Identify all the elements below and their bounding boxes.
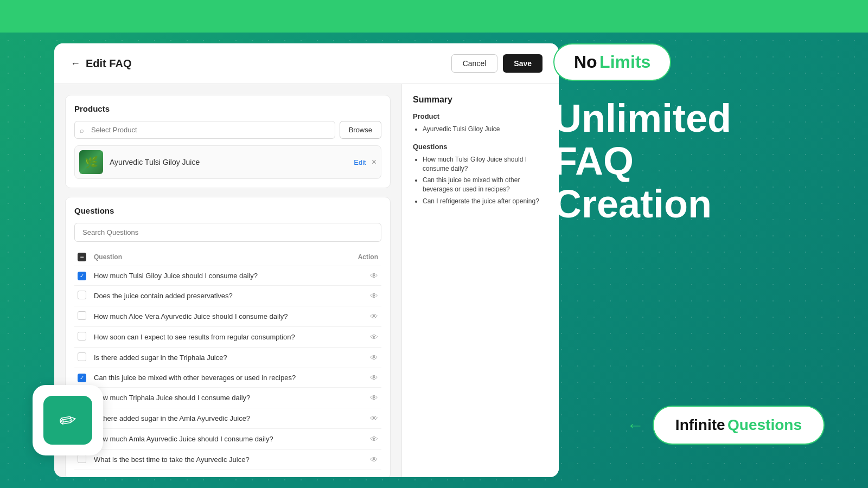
- eye-icon[interactable]: 👁: [370, 393, 378, 402]
- row-checkbox-cell: [74, 348, 91, 368]
- row-question-text: What is the best time to take the Ayurve…: [91, 450, 348, 470]
- questions-text: Questions: [727, 416, 802, 433]
- questions-search-input[interactable]: [74, 223, 381, 242]
- promo-no-text: No: [574, 52, 597, 72]
- eye-icon[interactable]: 👁: [370, 353, 378, 362]
- row-checkbox[interactable]: [78, 311, 86, 320]
- summary-product-list: Ayurvedic Tulsi Giloy Juice: [413, 125, 548, 134]
- infinite-badge: Infinite Questions: [653, 406, 825, 445]
- table-row: Does the juice contain added preservativ…: [74, 286, 381, 306]
- infinite-badge-area: ← Infinite Questions: [627, 406, 825, 445]
- arrow-left-icon: ←: [627, 415, 644, 435]
- eye-icon[interactable]: 👁: [370, 434, 378, 444]
- table-row: Is there added sugar in the Amla Ayurved…: [74, 408, 381, 429]
- infinite-text: Infinite: [675, 416, 725, 433]
- row-checkbox[interactable]: [78, 291, 86, 299]
- row-action-cell: 👁: [348, 429, 381, 450]
- eye-icon[interactable]: 👁: [370, 414, 378, 423]
- row-action-cell: 👁: [348, 306, 381, 327]
- edit-pencil-icon: ✏: [57, 407, 78, 434]
- row-question-text: Is there added sugar in the Amla Ayurved…: [91, 408, 348, 429]
- table-row: Is there added sugar in the Triphala Jui…: [74, 348, 381, 368]
- row-checkbox-cell: [74, 286, 91, 306]
- table-row: What is the best time to take the Ayurve…: [74, 450, 381, 470]
- row-action-cell: 👁: [348, 388, 381, 408]
- no-limits-badge: No Limits: [553, 43, 671, 81]
- cancel-button[interactable]: Cancel: [451, 54, 498, 73]
- row-action-cell: 👁: [348, 286, 381, 306]
- eye-icon[interactable]: 👁: [370, 455, 378, 464]
- promo-line1: Unlimited: [553, 97, 825, 140]
- summary-questions-label: Questions: [413, 143, 548, 151]
- edit-icon-inner: ✏: [43, 396, 92, 445]
- questions-box: Questions − Question Action: [65, 197, 391, 477]
- eye-icon[interactable]: 👁: [370, 312, 378, 321]
- summary-questions-list: How much Tulsi Giloy Juice should I cons…: [413, 155, 548, 206]
- table-row: ✓ How much Tulsi Giloy Juice should I co…: [74, 266, 381, 286]
- row-action-cell: 👁: [348, 368, 381, 388]
- row-question-text: How soon can I expect to see results fro…: [91, 327, 348, 348]
- promo-limits-text: Limits: [599, 52, 650, 72]
- row-checkbox[interactable]: [78, 332, 86, 341]
- top-bar: [0, 0, 868, 33]
- row-question-text: Does the juice contain added preservativ…: [91, 286, 348, 306]
- summary-question-item: Can I refrigerate the juice after openin…: [423, 197, 548, 206]
- row-checkbox-cell: [74, 306, 91, 327]
- product-thumb-inner: 🌿: [79, 150, 103, 174]
- header-left: ← Edit FAQ: [71, 57, 131, 70]
- row-checkbox[interactable]: ✓: [78, 272, 86, 280]
- main-panel: ← Edit FAQ Cancel Save Products ⌕ Browse: [54, 43, 559, 477]
- col-question-header: Question: [91, 248, 348, 266]
- product-actions: Edit ×: [354, 157, 376, 167]
- row-question-text: Is there added sugar in the Triphala Jui…: [91, 348, 348, 368]
- row-action-cell: 👁: [348, 408, 381, 429]
- promo-line3: Creation: [553, 183, 825, 226]
- row-question-text: Can this juice be mixed with other bever…: [91, 368, 348, 388]
- summary-question-item: Can this juice be mixed with other bever…: [423, 176, 548, 194]
- row-checkbox-cell: [74, 327, 91, 348]
- table-row: How much Triphala Juice should I consume…: [74, 388, 381, 408]
- products-box: Products ⌕ Browse 🌿 Ayurvedic Tulsi Gilo…: [65, 95, 391, 188]
- promo-area: No Limits Unlimited FAQ Creation: [553, 43, 825, 226]
- browse-button[interactable]: Browse: [340, 121, 381, 139]
- eye-icon[interactable]: 👁: [370, 373, 378, 382]
- product-search-input[interactable]: [74, 121, 335, 139]
- back-button[interactable]: ←: [71, 58, 80, 69]
- summary-product-label: Product: [413, 112, 548, 120]
- product-item: 🌿 Ayurvedic Tulsi Giloy Juice Edit ×: [74, 145, 381, 179]
- questions-table: − Question Action ✓ How much Tulsi Giloy…: [74, 248, 381, 470]
- product-search-row: ⌕ Browse: [74, 121, 381, 139]
- product-name: Ayurvedic Tulsi Giloy Juice: [110, 158, 347, 166]
- table-row: How much Amla Ayurvedic Juice should I c…: [74, 429, 381, 450]
- save-button[interactable]: Save: [503, 54, 542, 73]
- summary-title: Summary: [413, 95, 548, 105]
- row-question-text: How much Tulsi Giloy Juice should I cons…: [91, 266, 348, 286]
- header-actions: Cancel Save: [451, 54, 542, 73]
- eye-icon[interactable]: 👁: [370, 271, 378, 280]
- edit-icon-box: ✏: [33, 385, 103, 455]
- row-action-cell: 👁: [348, 327, 381, 348]
- header-checkbox[interactable]: −: [78, 253, 86, 261]
- eye-icon[interactable]: 👁: [370, 332, 378, 342]
- product-edit-button[interactable]: Edit: [354, 158, 366, 166]
- products-title: Products: [74, 104, 381, 113]
- row-action-cell: 👁: [348, 266, 381, 286]
- eye-icon[interactable]: 👁: [370, 291, 378, 300]
- row-checkbox[interactable]: [78, 454, 86, 463]
- product-remove-button[interactable]: ×: [372, 157, 376, 167]
- header-checkbox-cell: −: [74, 248, 91, 266]
- row-checkbox[interactable]: ✓: [78, 374, 86, 382]
- row-question-text: How much Triphala Juice should I consume…: [91, 388, 348, 408]
- search-icon: ⌕: [80, 126, 84, 134]
- row-checkbox[interactable]: [78, 352, 86, 361]
- product-search-wrap: ⌕: [74, 121, 335, 139]
- page-title: Edit FAQ: [86, 57, 131, 70]
- table-row: ✓ Can this juice be mixed with other bev…: [74, 368, 381, 388]
- col-action-header: Action: [348, 248, 381, 266]
- summary-question-item: How much Tulsi Giloy Juice should I cons…: [423, 155, 548, 174]
- summary-product-item: Ayurvedic Tulsi Giloy Juice: [423, 125, 548, 134]
- panel-header: ← Edit FAQ Cancel Save: [54, 43, 559, 84]
- row-checkbox-cell: ✓: [74, 266, 91, 286]
- table-row: How much Aloe Vera Ayurvedic Juice shoul…: [74, 306, 381, 327]
- promo-main-text: Unlimited FAQ Creation: [553, 97, 825, 226]
